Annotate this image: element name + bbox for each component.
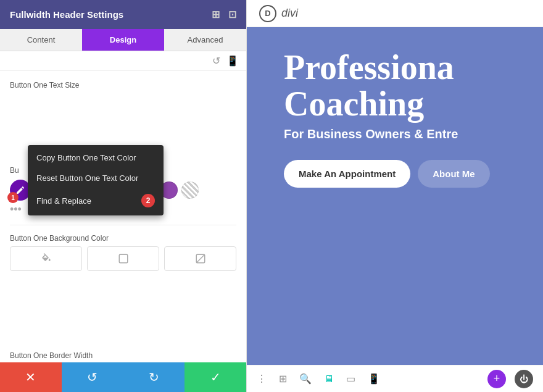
settings-tabs: Content Design Advanced [0, 29, 246, 51]
border-width-label: Button One Border Width [10, 351, 236, 360]
tab-design[interactable]: Design [82, 29, 164, 51]
preview-bottom-toolbar: ⋮ ⊞ 🔍 🖥 ▭ 📱 + ⏻ [247, 365, 543, 392]
cancel-button[interactable]: ✕ [0, 362, 62, 392]
context-menu: Copy Button One Text Color Reset Button … [28, 145, 164, 215]
power-button[interactable]: ⏻ [515, 370, 533, 388]
divider-1 [10, 225, 236, 225]
panel-header: Fullwidth Header Settings ⊞ ⊡ [0, 0, 246, 29]
undo-icon[interactable]: ↺ [212, 55, 220, 67]
svg-rect-0 [119, 254, 128, 263]
panel-header-icons: ⊞ ⊡ [212, 9, 236, 20]
find-replace-badge: 2 [141, 194, 155, 207]
tab-advanced[interactable]: Advanced [164, 29, 246, 51]
bg-box-3[interactable] [164, 246, 236, 271]
grid-icon[interactable]: ⊞ [279, 373, 287, 385]
bg-color-boxes [10, 246, 236, 271]
hero-subtitle: For Business Owners & Entre [284, 127, 543, 141]
context-reset-btn[interactable]: Reset Button One Text Color [28, 168, 164, 188]
appointment-button[interactable]: Make An Appointment [284, 160, 410, 188]
divi-topbar: D divi [247, 0, 543, 27]
button-one-text-size-label: Button One Text Size [10, 81, 236, 90]
swatch-none[interactable] [181, 181, 199, 199]
find-replace-label: Find & Replace [36, 196, 91, 206]
divi-logo: D [259, 5, 276, 22]
bg-box-1[interactable] [10, 246, 82, 271]
save-button[interactable]: ✓ [184, 362, 246, 392]
panel-bottom: ✕ ↺ ↻ ✓ [0, 362, 246, 392]
edit-badge: 1 [7, 192, 19, 203]
undo-button[interactable]: ↺ [62, 362, 123, 392]
bg-color-section: Button One Background Color [10, 234, 236, 271]
panel-top-row: ↺ 📱 [0, 51, 246, 71]
tablet-icon[interactable]: ▭ [346, 373, 355, 385]
menu-icon[interactable]: ⋮ [257, 373, 267, 385]
divi-name: divi [281, 7, 298, 20]
search-icon[interactable]: 🔍 [299, 373, 312, 385]
svg-line-2 [196, 254, 205, 263]
hero-content: ProfessionaCoaching For Business Owners … [284, 49, 543, 188]
left-panel: Fullwidth Header Settings ⊞ ⊡ Content De… [0, 0, 247, 392]
dots-icon[interactable]: ••• [10, 203, 22, 216]
bg-box-2[interactable] [87, 246, 159, 271]
copy-label: Copy Button One Text Color [36, 153, 136, 162]
add-module-button[interactable]: + [487, 370, 506, 388]
expand-icon[interactable]: ⊞ [212, 9, 220, 20]
context-find-replace-btn[interactable]: Find & Replace 2 [28, 188, 164, 213]
device-icon[interactable]: 📱 [226, 55, 239, 67]
panel-title: Fullwidth Header Settings [10, 9, 123, 20]
bg-color-label: Button One Background Color [10, 234, 236, 243]
panel-content: Button One Text Size Copy Button One Tex… [0, 71, 246, 362]
mobile-icon[interactable]: 📱 [368, 373, 380, 385]
toolbar-right: + ⏻ [487, 370, 533, 388]
desktop-icon[interactable]: 🖥 [324, 373, 334, 385]
reset-label: Reset Button One Text Color [36, 173, 138, 183]
redo-button[interactable]: ↻ [123, 362, 185, 392]
preview-panel: D divi ProfessionaCoaching For Business … [247, 0, 543, 392]
hero-title: ProfessionaCoaching [284, 49, 543, 122]
context-copy-btn[interactable]: Copy Button One Text Color [28, 148, 164, 168]
hero-buttons: Make An Appointment About Me [284, 160, 543, 188]
about-button[interactable]: About Me [418, 160, 489, 188]
tab-content[interactable]: Content [0, 29, 82, 51]
minimize-icon[interactable]: ⊡ [228, 9, 236, 20]
